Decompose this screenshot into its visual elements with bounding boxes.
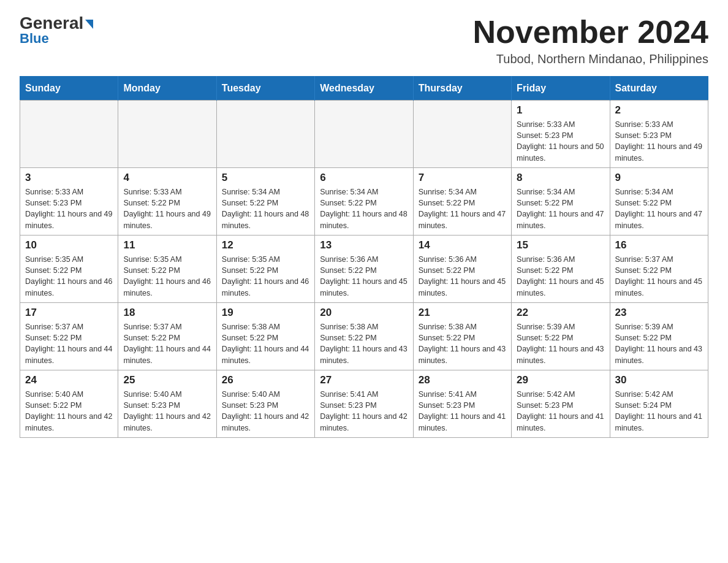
- day-info: Sunrise: 5:36 AM Sunset: 5:22 PM Dayligh…: [517, 254, 604, 299]
- calendar-cell: 11Sunrise: 5:35 AM Sunset: 5:22 PM Dayli…: [118, 236, 216, 303]
- day-number: 3: [25, 172, 113, 184]
- calendar-cell: 14Sunrise: 5:36 AM Sunset: 5:22 PM Dayli…: [413, 236, 511, 303]
- calendar-table: SundayMondayTuesdayWednesdayThursdayFrid…: [20, 76, 708, 438]
- weekday-header-tuesday: Tuesday: [216, 77, 314, 101]
- day-number: 19: [222, 307, 309, 319]
- day-info: Sunrise: 5:34 AM Sunset: 5:22 PM Dayligh…: [419, 186, 506, 231]
- day-number: 11: [123, 239, 211, 251]
- calendar-cell: [216, 101, 314, 168]
- weekday-header-saturday: Saturday: [610, 77, 708, 101]
- title-block: November 2024 Tubod, Northern Mindanao, …: [473, 15, 708, 66]
- weekday-header-wednesday: Wednesday: [315, 77, 413, 101]
- day-number: 6: [320, 172, 408, 184]
- calendar-week-2: 10Sunrise: 5:35 AM Sunset: 5:22 PM Dayli…: [20, 236, 708, 303]
- day-number: 21: [419, 307, 506, 319]
- calendar-cell: 21Sunrise: 5:38 AM Sunset: 5:22 PM Dayli…: [413, 303, 511, 370]
- day-number: 27: [320, 374, 408, 386]
- day-info: Sunrise: 5:36 AM Sunset: 5:22 PM Dayligh…: [320, 254, 408, 299]
- calendar-cell: 13Sunrise: 5:36 AM Sunset: 5:22 PM Dayli…: [315, 236, 413, 303]
- day-number: 8: [517, 172, 604, 184]
- day-info: Sunrise: 5:33 AM Sunset: 5:23 PM Dayligh…: [25, 186, 113, 231]
- calendar-cell: 15Sunrise: 5:36 AM Sunset: 5:22 PM Dayli…: [512, 236, 610, 303]
- calendar-cell: 1Sunrise: 5:33 AM Sunset: 5:23 PM Daylig…: [512, 101, 610, 168]
- calendar-cell: 27Sunrise: 5:41 AM Sunset: 5:23 PM Dayli…: [315, 370, 413, 438]
- logo: General Blue: [20, 15, 93, 47]
- day-number: 17: [25, 307, 113, 319]
- calendar-body: 1Sunrise: 5:33 AM Sunset: 5:23 PM Daylig…: [20, 101, 708, 438]
- calendar-week-4: 24Sunrise: 5:40 AM Sunset: 5:22 PM Dayli…: [20, 370, 708, 438]
- weekday-header-friday: Friday: [512, 77, 610, 101]
- calendar-week-0: 1Sunrise: 5:33 AM Sunset: 5:23 PM Daylig…: [20, 101, 708, 168]
- day-info: Sunrise: 5:38 AM Sunset: 5:22 PM Dayligh…: [320, 321, 408, 366]
- logo-bottom: Blue: [20, 31, 49, 47]
- calendar-cell: 16Sunrise: 5:37 AM Sunset: 5:22 PM Dayli…: [610, 236, 708, 303]
- calendar-cell: 25Sunrise: 5:40 AM Sunset: 5:23 PM Dayli…: [118, 370, 216, 438]
- day-info: Sunrise: 5:33 AM Sunset: 5:22 PM Dayligh…: [123, 186, 211, 231]
- calendar-cell: 5Sunrise: 5:34 AM Sunset: 5:22 PM Daylig…: [216, 168, 314, 236]
- day-info: Sunrise: 5:35 AM Sunset: 5:22 PM Dayligh…: [222, 254, 309, 299]
- day-info: Sunrise: 5:40 AM Sunset: 5:22 PM Dayligh…: [25, 389, 113, 434]
- calendar-cell: 17Sunrise: 5:37 AM Sunset: 5:22 PM Dayli…: [20, 303, 118, 370]
- calendar-cell: 12Sunrise: 5:35 AM Sunset: 5:22 PM Dayli…: [216, 236, 314, 303]
- logo-top: General: [20, 15, 93, 32]
- day-number: 7: [419, 172, 506, 184]
- calendar-cell: 30Sunrise: 5:42 AM Sunset: 5:24 PM Dayli…: [610, 370, 708, 438]
- day-info: Sunrise: 5:41 AM Sunset: 5:23 PM Dayligh…: [419, 389, 506, 434]
- calendar-cell: [413, 101, 511, 168]
- day-number: 25: [123, 374, 211, 386]
- day-number: 29: [517, 374, 604, 386]
- day-info: Sunrise: 5:40 AM Sunset: 5:23 PM Dayligh…: [123, 389, 211, 434]
- day-info: Sunrise: 5:38 AM Sunset: 5:22 PM Dayligh…: [419, 321, 506, 366]
- day-number: 22: [517, 307, 604, 319]
- day-info: Sunrise: 5:38 AM Sunset: 5:22 PM Dayligh…: [222, 321, 309, 366]
- weekday-header-sunday: Sunday: [20, 77, 118, 101]
- calendar-cell: [118, 101, 216, 168]
- calendar-cell: 20Sunrise: 5:38 AM Sunset: 5:22 PM Dayli…: [315, 303, 413, 370]
- calendar-cell: 2Sunrise: 5:33 AM Sunset: 5:23 PM Daylig…: [610, 101, 708, 168]
- day-info: Sunrise: 5:36 AM Sunset: 5:22 PM Dayligh…: [419, 254, 506, 299]
- day-info: Sunrise: 5:37 AM Sunset: 5:22 PM Dayligh…: [123, 321, 211, 366]
- day-number: 24: [25, 374, 113, 386]
- day-number: 4: [123, 172, 211, 184]
- day-number: 20: [320, 307, 408, 319]
- day-info: Sunrise: 5:34 AM Sunset: 5:22 PM Dayligh…: [615, 186, 703, 231]
- calendar-cell: 22Sunrise: 5:39 AM Sunset: 5:22 PM Dayli…: [512, 303, 610, 370]
- day-info: Sunrise: 5:35 AM Sunset: 5:22 PM Dayligh…: [123, 254, 211, 299]
- calendar-cell: 10Sunrise: 5:35 AM Sunset: 5:22 PM Dayli…: [20, 236, 118, 303]
- calendar-cell: 24Sunrise: 5:40 AM Sunset: 5:22 PM Dayli…: [20, 370, 118, 438]
- day-number: 13: [320, 239, 408, 251]
- day-number: 30: [615, 374, 703, 386]
- day-number: 15: [517, 239, 604, 251]
- day-info: Sunrise: 5:33 AM Sunset: 5:23 PM Dayligh…: [615, 119, 703, 164]
- day-info: Sunrise: 5:41 AM Sunset: 5:23 PM Dayligh…: [320, 389, 408, 434]
- day-info: Sunrise: 5:35 AM Sunset: 5:22 PM Dayligh…: [25, 254, 113, 299]
- weekday-header-thursday: Thursday: [413, 77, 511, 101]
- day-number: 14: [419, 239, 506, 251]
- day-info: Sunrise: 5:34 AM Sunset: 5:22 PM Dayligh…: [222, 186, 309, 231]
- day-number: 26: [222, 374, 309, 386]
- day-number: 12: [222, 239, 309, 251]
- calendar-cell: 6Sunrise: 5:34 AM Sunset: 5:22 PM Daylig…: [315, 168, 413, 236]
- calendar-cell: [315, 101, 413, 168]
- calendar-header-row: SundayMondayTuesdayWednesdayThursdayFrid…: [20, 77, 708, 101]
- calendar-cell: 28Sunrise: 5:41 AM Sunset: 5:23 PM Dayli…: [413, 370, 511, 438]
- day-number: 28: [419, 374, 506, 386]
- calendar-cell: 18Sunrise: 5:37 AM Sunset: 5:22 PM Dayli…: [118, 303, 216, 370]
- day-info: Sunrise: 5:33 AM Sunset: 5:23 PM Dayligh…: [517, 119, 604, 164]
- day-number: 23: [615, 307, 703, 319]
- calendar-cell: 19Sunrise: 5:38 AM Sunset: 5:22 PM Dayli…: [216, 303, 314, 370]
- calendar-cell: 8Sunrise: 5:34 AM Sunset: 5:22 PM Daylig…: [512, 168, 610, 236]
- day-number: 10: [25, 239, 113, 251]
- day-info: Sunrise: 5:42 AM Sunset: 5:24 PM Dayligh…: [615, 389, 703, 434]
- calendar-cell: 23Sunrise: 5:39 AM Sunset: 5:22 PM Dayli…: [610, 303, 708, 370]
- calendar-cell: 9Sunrise: 5:34 AM Sunset: 5:22 PM Daylig…: [610, 168, 708, 236]
- day-info: Sunrise: 5:40 AM Sunset: 5:23 PM Dayligh…: [222, 389, 309, 434]
- day-info: Sunrise: 5:34 AM Sunset: 5:22 PM Dayligh…: [517, 186, 604, 231]
- day-info: Sunrise: 5:37 AM Sunset: 5:22 PM Dayligh…: [25, 321, 113, 366]
- day-info: Sunrise: 5:37 AM Sunset: 5:22 PM Dayligh…: [615, 254, 703, 299]
- day-number: 5: [222, 172, 309, 184]
- day-info: Sunrise: 5:39 AM Sunset: 5:22 PM Dayligh…: [517, 321, 604, 366]
- day-info: Sunrise: 5:39 AM Sunset: 5:22 PM Dayligh…: [615, 321, 703, 366]
- day-number: 9: [615, 172, 703, 184]
- calendar-cell: 29Sunrise: 5:42 AM Sunset: 5:23 PM Dayli…: [512, 370, 610, 438]
